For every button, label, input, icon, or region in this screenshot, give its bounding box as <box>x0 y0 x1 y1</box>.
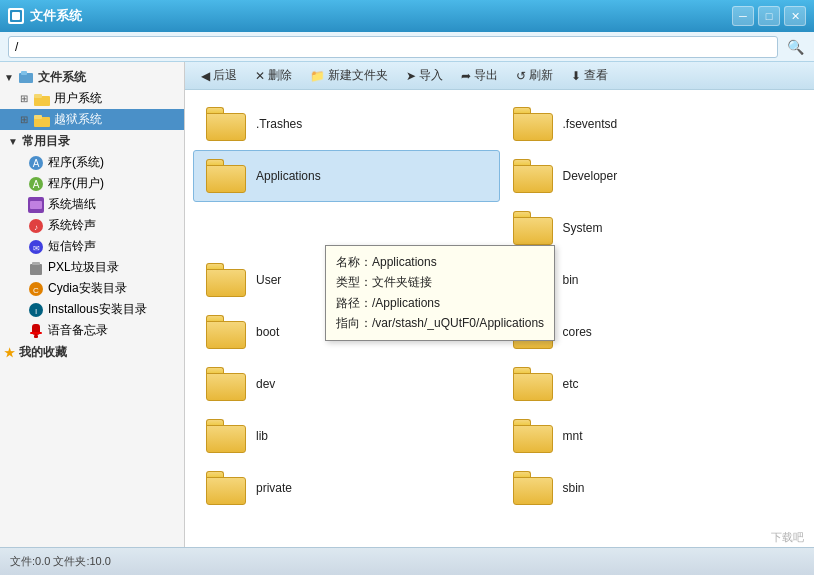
svg-rect-1 <box>12 12 20 20</box>
sidebar-item-label: 程序(系统) <box>48 154 104 171</box>
import-button[interactable]: ➤ 导入 <box>398 64 451 87</box>
path-input[interactable] <box>8 36 778 58</box>
file-tooltip: 名称：Applications 类型：文件夹链接 路径：/Application… <box>325 245 555 341</box>
sidebar-item-ringtone[interactable]: ♪ 系统铃声 <box>0 215 184 236</box>
tooltip-target: 指向：/var/stash/_uQUtF0/Applications <box>336 313 544 333</box>
file-item-trashes[interactable]: .Trashes <box>193 98 500 150</box>
svg-text:♪: ♪ <box>34 223 38 232</box>
programs-user-icon: A <box>28 176 44 192</box>
wallpaper-icon <box>28 197 44 213</box>
file-item-sbin[interactable]: sbin <box>500 462 807 514</box>
file-item-etc[interactable]: etc <box>500 358 807 410</box>
export-button[interactable]: ➦ 导出 <box>453 64 506 87</box>
file-name: .Trashes <box>256 117 302 131</box>
file-name: System <box>563 221 603 235</box>
app-icon <box>8 8 24 24</box>
tooltip-type: 类型：文件夹链接 <box>336 272 544 292</box>
sidebar-item-jail-system[interactable]: ⊞ 越狱系统 <box>0 109 184 130</box>
ringtone-icon: ♪ <box>28 218 44 234</box>
sidebar-root-label: 文件系统 <box>38 69 86 86</box>
folder-icon <box>206 107 246 141</box>
folder-icon <box>206 471 246 505</box>
sidebar-item-wallpaper[interactable]: 系统墙纸 <box>0 194 184 215</box>
svg-text:A: A <box>33 158 40 169</box>
back-button[interactable]: ◀ 后退 <box>193 64 245 87</box>
expand-btn: ⊞ <box>20 114 32 125</box>
file-item-mnt[interactable]: mnt <box>500 410 807 462</box>
refresh-icon: ↺ <box>516 69 526 83</box>
sidebar-item-label: 越狱系统 <box>54 111 102 128</box>
sidebar-item-label: Installous安装目录 <box>48 301 147 318</box>
file-area: .Trashes .fseventsd <box>185 90 814 547</box>
sidebar-item-voice-memo[interactable]: 语音备忘录 <box>0 320 184 341</box>
sidebar-common-label: 常用目录 <box>22 133 70 150</box>
svg-rect-19 <box>32 262 40 265</box>
view-button[interactable]: ⬇ 查看 <box>563 64 616 87</box>
voice-icon <box>28 323 44 339</box>
folder-icon <box>206 419 246 453</box>
file-name: Applications <box>256 169 321 183</box>
svg-text:I: I <box>35 307 37 316</box>
file-name: lib <box>256 429 268 443</box>
expand-icon: ▼ <box>8 136 18 147</box>
new-folder-button[interactable]: 📁 新建文件夹 <box>302 64 396 87</box>
file-name: sbin <box>563 481 585 495</box>
sidebar-item-label: 语音备忘录 <box>48 322 108 339</box>
delete-button[interactable]: ✕ 删除 <box>247 64 300 87</box>
tooltip-name: 名称：Applications <box>336 252 544 272</box>
file-name: private <box>256 481 292 495</box>
folder-icon <box>206 263 246 297</box>
file-name: User <box>256 273 281 287</box>
folder-icon <box>513 471 553 505</box>
sidebar-item-installous[interactable]: I Installous安装目录 <box>0 299 184 320</box>
folder-icon <box>34 112 50 128</box>
sidebar-item-label: 短信铃声 <box>48 238 96 255</box>
file-name: mnt <box>563 429 583 443</box>
file-name: etc <box>563 377 579 391</box>
sidebar-item-pxl-trash[interactable]: PXL垃圾目录 <box>0 257 184 278</box>
file-item-lib[interactable]: lib <box>193 410 500 462</box>
search-button[interactable]: 🔍 <box>784 36 806 58</box>
file-item-developer[interactable]: Developer <box>500 150 807 202</box>
file-name: boot <box>256 325 279 339</box>
sidebar: ▼ 文件系统 ⊞ 用户系统 ⊞ 越狱系统 ▼ <box>0 62 185 547</box>
svg-rect-3 <box>21 71 27 75</box>
star-icon: ★ <box>4 346 15 360</box>
watermark: 下载吧 <box>771 530 804 545</box>
folder-icon <box>513 107 553 141</box>
svg-rect-25 <box>30 332 42 334</box>
refresh-button[interactable]: ↺ 刷新 <box>508 64 561 87</box>
sidebar-item-cydia[interactable]: C Cydia安装目录 <box>0 278 184 299</box>
back-icon: ◀ <box>201 69 210 83</box>
tooltip-path: 路径：/Applications <box>336 293 544 313</box>
svg-text:A: A <box>33 179 40 190</box>
svg-rect-18 <box>30 264 42 275</box>
folder-icon <box>513 159 553 193</box>
sidebar-item-programs-user[interactable]: A 程序(用户) <box>0 173 184 194</box>
installous-icon: I <box>28 302 44 318</box>
sidebar-favorites[interactable]: ★ 我的收藏 <box>0 341 184 363</box>
maximize-button[interactable]: □ <box>758 6 780 26</box>
sidebar-item-sms[interactable]: ✉ 短信铃声 <box>0 236 184 257</box>
folder-icon <box>513 367 553 401</box>
minimize-button[interactable]: ─ <box>732 6 754 26</box>
close-button[interactable]: ✕ <box>784 6 806 26</box>
file-item-applications[interactable]: Applications <box>193 150 500 202</box>
file-name: Developer <box>563 169 618 183</box>
status-text: 文件:0.0 文件夹:10.0 <box>10 554 111 569</box>
folder-icon <box>513 211 553 245</box>
file-item-private[interactable]: private <box>193 462 500 514</box>
sidebar-common-dir[interactable]: ▼ 常用目录 <box>0 130 184 152</box>
view-icon: ⬇ <box>571 69 581 83</box>
file-name: dev <box>256 377 275 391</box>
sidebar-item-programs-sys[interactable]: A 程序(系统) <box>0 152 184 173</box>
file-item-dev[interactable]: dev <box>193 358 500 410</box>
filesystem-icon <box>18 70 34 86</box>
sidebar-item-user-system[interactable]: ⊞ 用户系统 <box>0 88 184 109</box>
sidebar-root[interactable]: ▼ 文件系统 <box>0 66 184 88</box>
svg-rect-13 <box>30 201 42 209</box>
favorites-label: 我的收藏 <box>19 344 67 361</box>
svg-rect-7 <box>34 115 42 119</box>
programs-sys-icon: A <box>28 155 44 171</box>
file-item-fseventsd[interactable]: .fseventsd <box>500 98 807 150</box>
